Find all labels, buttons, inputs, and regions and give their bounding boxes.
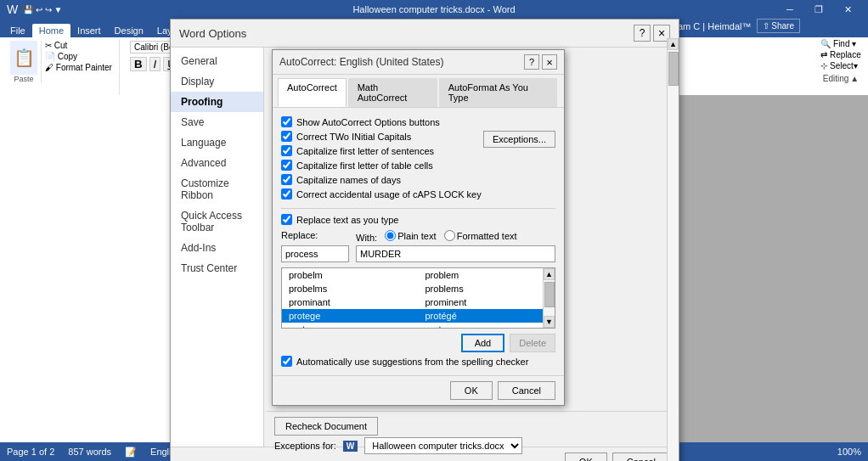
autocorrect-ok-button[interactable]: OK — [450, 381, 493, 400]
add-button[interactable]: Add — [461, 334, 505, 352]
cut-button[interactable]: ✂ Cut — [45, 41, 112, 50]
nav-quick-access[interactable]: Quick Access Toolbar — [171, 205, 263, 238]
exceptions-area: Exceptions... — [483, 131, 555, 148]
replace-button[interactable]: ⇄ Replace — [820, 50, 860, 59]
table-row[interactable]: protogeprotege — [282, 323, 555, 329]
replace-inputs-row — [281, 245, 555, 262]
word-options-scrollbar: ▲ ▼ — [667, 48, 679, 447]
two-initial-caps-checkbox[interactable] — [281, 131, 292, 142]
autocorrect-tabs: AutoCorrect Math AutoCorrect AutoFormat … — [273, 75, 564, 108]
replace-column-label: Replace: — [281, 230, 349, 243]
title-bar-left: W 💾 ↩ ↪ ▼ — [7, 3, 62, 16]
restore-button[interactable]: ❐ — [805, 0, 832, 19]
close-button[interactable]: ✕ — [834, 0, 861, 19]
word-options-title: Word Options — [179, 27, 246, 40]
autocorrect-cancel-button[interactable]: Cancel — [498, 381, 555, 400]
two-initial-caps-row: Correct TWo INitial Capitals — [281, 131, 482, 142]
replace-text-label: Replace text as you type — [296, 215, 398, 225]
caps-lock-checkbox[interactable] — [281, 188, 292, 200]
replace-text-checkbox[interactable] — [281, 214, 292, 225]
nav-customize-ribbon[interactable]: Customize Ribbon — [171, 173, 263, 205]
quick-access-icons: 💾 ↩ ↪ ▼ — [23, 5, 62, 14]
word-options-help-button[interactable]: ? — [634, 25, 651, 42]
table-scroll-up[interactable]: ▲ — [544, 268, 555, 280]
copy-button[interactable]: 📄 Copy — [45, 52, 112, 61]
editing-label: Editing ▲ — [823, 74, 859, 83]
show-options-checkbox[interactable] — [281, 116, 292, 127]
share-button[interactable]: ⇧ Share — [757, 19, 800, 33]
tab-design[interactable]: Design — [108, 24, 150, 37]
tab-autoformat-as-you-type[interactable]: AutoFormat As You Type — [439, 78, 557, 107]
exceptions-for-row: Exceptions for: W Halloween computer tri… — [266, 434, 667, 447]
auto-suggest-checkbox[interactable] — [281, 356, 292, 367]
window-controls: ─ ❐ ✕ — [776, 0, 861, 19]
replace-input[interactable] — [281, 245, 349, 262]
tab-insert[interactable]: Insert — [70, 24, 108, 37]
names-of-days-label: Capitalize names of days — [296, 175, 401, 185]
paste-big-button[interactable]: 📋 — [10, 41, 37, 75]
scroll-thumb[interactable] — [668, 52, 679, 86]
divider1 — [281, 208, 555, 209]
plain-text-radio-label: Plain text — [385, 230, 436, 241]
scroll-track — [668, 50, 679, 447]
autocorrect-title-bar: AutoCorrect: English (United States) ? × — [273, 50, 564, 75]
autocorrect-help-button[interactable]: ? — [524, 54, 539, 70]
bold-button[interactable]: B — [130, 57, 147, 71]
recheck-document-button[interactable]: Recheck Document — [274, 417, 378, 436]
caps-lock-label: Correct accidental usage of cAPS LOCK ke… — [296, 189, 482, 200]
italic-button[interactable]: I — [149, 57, 161, 71]
show-options-label: Show AutoCorrect Options buttons — [296, 117, 440, 127]
formatted-text-radio[interactable] — [444, 230, 455, 241]
table-scroll-thumb[interactable] — [544, 282, 555, 307]
plain-text-radio[interactable] — [385, 230, 396, 241]
nav-save[interactable]: Save — [171, 112, 263, 132]
tab-math-autocorrect[interactable]: Math AutoCorrect — [348, 78, 437, 107]
navigation-pane — [0, 95, 178, 442]
nav-advanced[interactable]: Advanced — [171, 153, 263, 173]
tab-file[interactable]: File — [3, 24, 32, 37]
nav-trust-center[interactable]: Trust Center — [171, 258, 263, 278]
window-title: Halloween computer tricks.docx - Word — [352, 4, 515, 14]
tab-autocorrect[interactable]: AutoCorrect — [278, 78, 347, 107]
auto-suggest-label: Automatically use suggestions from the s… — [296, 357, 528, 367]
table-row[interactable]: probelmsproblems — [282, 282, 555, 295]
word-file-icon: W — [343, 441, 358, 447]
tab-home[interactable]: Home — [32, 24, 70, 37]
exceptions-for-label: Exceptions for: — [274, 441, 336, 447]
auto-suggest-row: Automatically use suggestions from the s… — [281, 356, 555, 367]
first-letter-sentence-checkbox[interactable] — [281, 145, 292, 156]
with-column-label: With: Plain text Formatted text — [356, 230, 517, 243]
track-changes-icon: 📝 — [125, 447, 137, 458]
names-of-days-checkbox[interactable] — [281, 174, 292, 185]
exceptions-file-select[interactable]: Halloween computer tricks.docx — [364, 437, 522, 447]
nav-language[interactable]: Language — [171, 132, 263, 153]
with-input[interactable] — [356, 245, 555, 262]
nav-proofing[interactable]: Proofing — [171, 92, 263, 112]
autocorrect-close-button[interactable]: × — [542, 54, 557, 70]
formatted-text-radio-label: Formatted text — [444, 230, 517, 241]
checkboxes-group: Correct TWo INitial Capitals Capitalize … — [281, 131, 482, 203]
first-letter-table-checkbox[interactable] — [281, 160, 292, 171]
nav-addins[interactable]: Add-Ins — [171, 238, 263, 258]
autocorrect-table-container: probelmproblem probelmsproblems prominan… — [281, 267, 555, 329]
two-initial-caps-label: Correct TWo INitial Capitals — [296, 132, 411, 142]
chevron-up-icon[interactable]: ▲ — [850, 74, 859, 83]
select-button[interactable]: ⊹ Select▾ — [820, 61, 860, 70]
table-row[interactable]: prominantprominent — [282, 295, 555, 309]
first-letter-sentence-label: Capitalize first letter of sentences — [296, 146, 434, 156]
names-of-days-row: Capitalize names of days — [281, 174, 482, 185]
title-bar: W 💾 ↩ ↪ ▼ Halloween computer tricks.docx… — [0, 0, 868, 19]
word-icon: W — [7, 3, 18, 16]
minimize-button[interactable]: ─ — [776, 0, 803, 19]
exceptions-button[interactable]: Exceptions... — [483, 131, 555, 148]
nav-display[interactable]: Display — [171, 71, 263, 92]
table-row-selected[interactable]: protegeprotégé — [282, 309, 555, 323]
table-row[interactable]: probelmproblem — [282, 268, 555, 282]
find-button[interactable]: 🔍 Find ▾ — [820, 39, 860, 48]
format-painter-button[interactable]: 🖌 Format Painter — [45, 63, 112, 72]
nav-general[interactable]: General — [171, 51, 263, 71]
delete-button[interactable]: Delete — [510, 334, 555, 352]
table-scroll-down[interactable]: ▼ — [544, 316, 555, 328]
autocorrect-dialog: AutoCorrect: English (United States) ? ×… — [272, 49, 565, 406]
word-count: 857 words — [68, 447, 111, 457]
